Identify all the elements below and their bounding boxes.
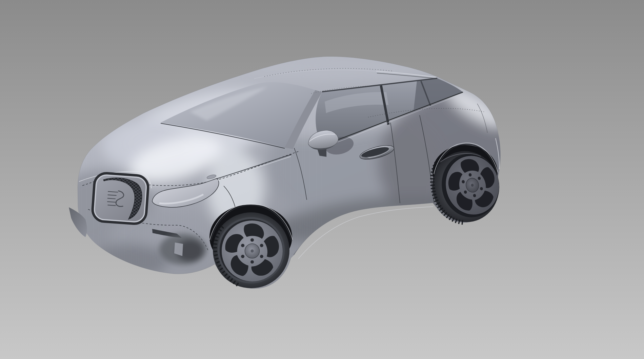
bumper-intake-recess — [159, 234, 207, 265]
front-grille — [92, 173, 148, 224]
render-viewport — [0, 0, 644, 359]
front-rim — [222, 220, 283, 281]
render-canvas — [0, 0, 644, 359]
front-wheel — [213, 212, 289, 288]
